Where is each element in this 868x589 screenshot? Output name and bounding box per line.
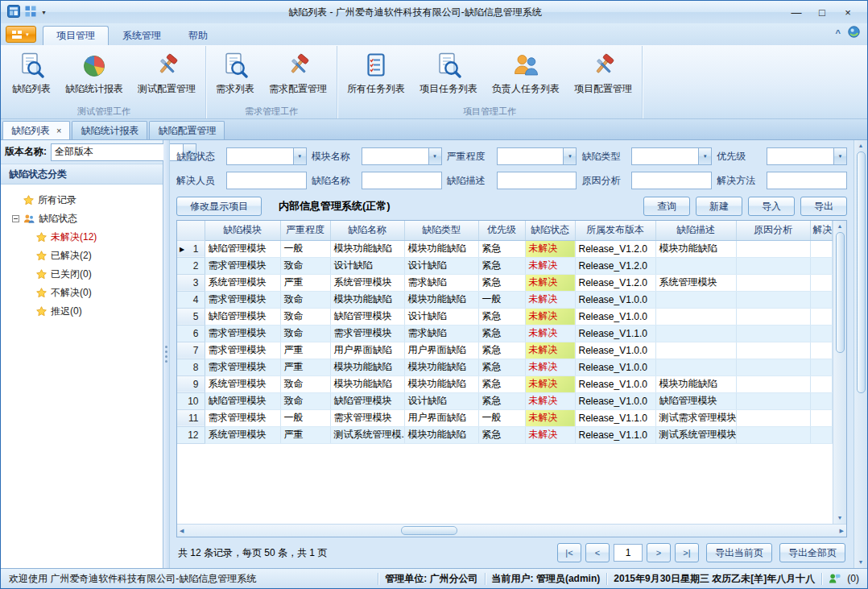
tree-item[interactable]: 已关闭(0) (12, 265, 161, 284)
doc-tab[interactable]: 缺陷统计报表 (72, 121, 147, 139)
scroll-down-icon[interactable]: ▼ (858, 558, 864, 566)
ribbon-button[interactable]: 需求配置管理 (262, 47, 334, 105)
tree-item[interactable]: 推迟(0) (12, 302, 161, 321)
export-all-pages-button[interactable]: 导出全部页 (779, 543, 845, 562)
dropdown-arrow-icon[interactable]: ▼ (563, 147, 577, 165)
quick-access-grid-icon[interactable] (25, 6, 36, 19)
first-page-button[interactable]: |< (557, 543, 581, 562)
ribbon-button[interactable]: 缺陷统计报表 (58, 47, 130, 105)
collapse-ribbon-icon[interactable]: ^ (836, 30, 841, 36)
text-input[interactable] (767, 172, 847, 189)
table-row[interactable]: 4需求管理模块致命模块功能缺陷模块功能缺陷一般未解决Release_V1.0.0 (177, 291, 833, 308)
ribbon-button[interactable]: 缺陷列表 (5, 47, 58, 105)
dropdown-arrow-icon[interactable]: ▼ (293, 147, 307, 165)
tree-item[interactable]: 已解决(2) (12, 247, 161, 265)
ribbon-group: 需求列表需求配置管理需求管理工作 (206, 46, 337, 118)
combo-input[interactable] (767, 147, 833, 165)
collapse-expander-icon[interactable] (12, 215, 19, 222)
last-page-button[interactable]: >| (675, 543, 699, 562)
dropdown-arrow-icon[interactable]: ▼ (698, 147, 712, 165)
combo-input[interactable] (497, 147, 564, 165)
maximize-button[interactable]: □ (809, 6, 835, 19)
column-header[interactable]: 缺陷状态 (525, 221, 575, 240)
dropdown-arrow-icon[interactable]: ▼ (833, 147, 847, 165)
query-button[interactable]: 查询 (643, 197, 690, 216)
table-row[interactable]: 12系统管理模块严重测试系统管理模...模块功能缺陷紧急未解决Release_V… (177, 426, 833, 443)
combo-input[interactable] (226, 147, 293, 165)
table-row[interactable]: 5缺陷管理模块致命缺陷管理模块设计缺陷紧急未解决Release_V1.0.0 (177, 308, 833, 325)
tree-item[interactable]: 缺陷状态 (12, 209, 161, 228)
table-row[interactable]: 10缺陷管理模块致命缺陷管理模块设计缺陷紧急未解决Release_V1.0.0缺… (177, 392, 833, 409)
column-header[interactable]: 严重程度 (280, 221, 330, 240)
table-cell: 系统管理模块 (205, 426, 280, 443)
export-button[interactable]: 导出 (800, 197, 847, 216)
table-row[interactable]: 6需求管理模块致命需求管理模块需求缺陷紧急未解决Release_V1.1.0 (177, 325, 833, 342)
minimize-button[interactable]: — (783, 6, 809, 19)
column-header[interactable]: 解决方法 (810, 221, 833, 240)
column-header[interactable]: 缺陷模块 (205, 221, 280, 240)
doc-tab[interactable]: 缺陷配置管理 (149, 121, 225, 139)
message-icon[interactable] (829, 573, 841, 584)
next-page-button[interactable]: > (647, 543, 671, 562)
close-button[interactable]: × (835, 6, 861, 19)
export-current-page-button[interactable]: 导出当前页 (706, 543, 772, 562)
ribbon-button[interactable]: 测试配置管理 (130, 47, 203, 105)
main-vertical-scrollbar[interactable]: ▲ ▼ (854, 140, 867, 568)
dropdown-arrow-icon[interactable]: ▼ (428, 147, 442, 165)
column-header[interactable]: 缺陷类型 (404, 221, 478, 240)
table-cell (810, 359, 833, 375)
scroll-track[interactable] (186, 526, 837, 536)
table-row[interactable]: 11需求管理模块一般需求管理模块用户界面缺陷一般未解决Release_V1.1.… (177, 409, 833, 426)
column-header[interactable]: 所属发布版本 (575, 221, 655, 240)
table-row[interactable]: 9系统管理模块致命模块功能缺陷模块功能缺陷紧急未解决Release_V1.0.0… (177, 375, 833, 392)
ribbon-button[interactable]: 负责人任务列表 (485, 47, 567, 105)
text-input[interactable] (631, 172, 712, 189)
new-button[interactable]: 新建 (696, 197, 742, 216)
ribbon-tab[interactable]: 项目管理 (43, 26, 109, 45)
ribbon-button[interactable]: 项目任务列表 (412, 47, 485, 105)
column-header[interactable]: 缺陷名称 (330, 221, 404, 240)
column-header[interactable]: 原因分析 (736, 221, 810, 240)
column-header[interactable]: 缺陷描述 (655, 221, 736, 240)
table-row[interactable]: 7需求管理模块严重用户界面缺陷用户界面缺陷紧急未解决Release_V1.0.0 (177, 342, 833, 359)
scroll-thumb[interactable] (857, 151, 866, 393)
page-number-input[interactable] (614, 544, 643, 562)
text-input[interactable] (226, 172, 307, 189)
table-row[interactable]: 2需求管理模块致命设计缺陷设计缺陷紧急未解决Release_V1.2.0 (177, 257, 833, 274)
ribbon-button[interactable]: 项目配置管理 (567, 47, 639, 105)
text-input[interactable] (362, 172, 442, 189)
splitter[interactable] (163, 140, 170, 568)
column-header[interactable]: 优先级 (478, 221, 525, 240)
table-horizontal-scrollbar[interactable]: ◀ ▶ (177, 524, 846, 537)
combo-input[interactable] (362, 147, 428, 165)
scroll-right-icon[interactable]: ▶ (840, 527, 844, 535)
prev-page-button[interactable]: < (585, 543, 610, 562)
scroll-thumb[interactable] (401, 526, 457, 535)
import-button[interactable]: 导入 (748, 197, 795, 216)
quick-access-dropdown-icon[interactable]: ▼ (41, 10, 47, 15)
text-input[interactable] (497, 172, 577, 189)
ribbon-tab[interactable]: 帮助 (175, 26, 221, 45)
ribbon-tab[interactable]: 系统管理 (109, 26, 175, 45)
close-tab-icon[interactable]: × (56, 126, 61, 135)
table-cell (810, 426, 833, 443)
table-vertical-scrollbar[interactable]: ▲ ▼ (833, 221, 846, 524)
about-icon[interactable] (848, 26, 860, 40)
scroll-thumb[interactable] (836, 232, 845, 353)
table-row[interactable]: ▶1缺陷管理模块一般模块功能缺陷模块功能缺陷紧急未解决Release_V1.2.… (177, 240, 833, 257)
scroll-down-icon[interactable]: ▼ (837, 514, 843, 522)
tree-item[interactable]: 未解决(12) (12, 228, 161, 247)
scroll-left-icon[interactable]: ◀ (180, 527, 184, 535)
tree-item[interactable]: 不解决(0) (12, 284, 161, 302)
doc-tab[interactable]: 缺陷列表× (2, 121, 70, 139)
table-row[interactable]: 3系统管理模块严重系统管理模块需求缺陷紧急未解决Release_V1.2.0系统… (177, 274, 833, 291)
scroll-up-icon[interactable]: ▲ (858, 142, 864, 150)
combo-input[interactable] (631, 147, 698, 165)
ribbon-button[interactable]: 需求列表 (209, 47, 262, 105)
tree-item[interactable]: 所有记录 (12, 191, 161, 209)
app-menu-button[interactable]: ▼ (6, 26, 36, 43)
modify-display-button[interactable]: 修改显示项目 (176, 197, 262, 216)
scroll-up-icon[interactable]: ▲ (837, 222, 843, 230)
table-row[interactable]: 8需求管理模块严重模块功能缺陷模块功能缺陷紧急未解决Release_V1.0.0 (177, 359, 833, 375)
ribbon-button[interactable]: 所有任务列表 (340, 47, 412, 105)
